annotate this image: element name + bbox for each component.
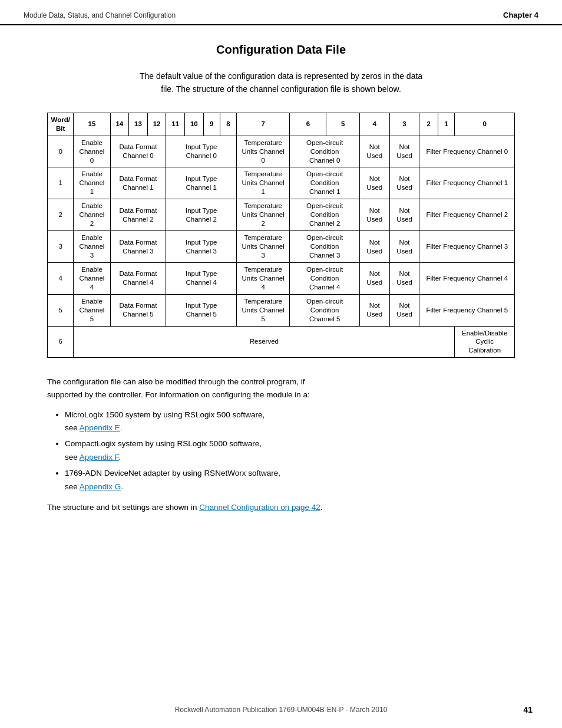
input-type-cell: Input Type Channel 1 <box>166 167 237 199</box>
page-title: Configuration Data File <box>47 43 515 57</box>
temp-units-cell: Temperature Units Channel 0 <box>237 136 290 167</box>
input-type-cell: Input Type Channel 0 <box>166 136 237 167</box>
col-header-5: 5 <box>326 113 359 136</box>
not-used-3-cell: Not Used <box>389 136 419 167</box>
open-circuit-cell: Open-circuit Condition Channel 1 <box>290 167 360 199</box>
col-header-8: 8 <box>220 113 236 136</box>
data-format-cell: Data Format Channel 2 <box>110 199 166 231</box>
not-used-4-cell: Not Used <box>359 136 389 167</box>
footer-page-number: 41 <box>523 705 533 714</box>
body-text: The configuration file can also be modif… <box>47 375 515 401</box>
enable-channel-cell: Enable Channel 0 <box>74 136 110 167</box>
appendix-f-link[interactable]: Appendix F <box>80 453 119 462</box>
not-used-4-cell: Not Used <box>359 294 389 326</box>
open-circuit-cell: Open-circuit Condition Channel 4 <box>290 262 360 294</box>
list-item-compactlogix: CompactLogix system by using RSLogix 500… <box>65 437 515 465</box>
col-header-10: 10 <box>184 113 203 136</box>
col-header-12: 12 <box>147 113 166 136</box>
temp-units-cell: Temperature Units Channel 4 <box>237 262 290 294</box>
open-circuit-cell: Open-circuit Condition Channel 3 <box>290 231 360 263</box>
input-type-cell: Input Type Channel 4 <box>166 262 237 294</box>
col-header-14: 14 <box>110 113 129 136</box>
table-row: 3Enable Channel 3Data Format Channel 3In… <box>48 231 515 263</box>
appendix-e-link[interactable]: Appendix E <box>80 423 120 432</box>
filter-freq-cell: Filter Frequency Channel 2 <box>419 199 515 231</box>
header-chapter: Chapter 4 <box>503 11 538 19</box>
open-circuit-cell: Open-circuit Condition Channel 5 <box>290 294 360 326</box>
table-row: 1Enable Channel 1Data Format Channel 1In… <box>48 167 515 199</box>
col-header-9: 9 <box>203 113 220 136</box>
col-header-4: 4 <box>359 113 389 136</box>
table-row: 5Enable Channel 5Data Format Channel 5In… <box>48 294 515 326</box>
word-cell: 1 <box>48 167 74 199</box>
filter-freq-cell: Filter Frequency Channel 1 <box>419 167 515 199</box>
appendix-g-link[interactable]: Appendix G <box>80 482 121 491</box>
main-content: Configuration Data File The default valu… <box>0 25 562 556</box>
page-footer: Rockwell Automation Publication 1769-UM0… <box>0 706 562 714</box>
not-used-3-cell: Not Used <box>389 231 419 263</box>
open-circuit-cell: Open-circuit Condition Channel 2 <box>290 199 360 231</box>
not-used-3-cell: Not Used <box>389 294 419 326</box>
col-header-6: 6 <box>290 113 326 136</box>
enable-channel-cell: Enable Channel 2 <box>74 199 110 231</box>
input-type-cell: Input Type Channel 2 <box>166 199 237 231</box>
list-item-devicenet: 1769-ADN DeviceNet adapter by using RSNe… <box>65 467 515 494</box>
temp-units-cell: Temperature Units Channel 1 <box>237 167 290 199</box>
reserved-cell: Reserved <box>74 326 455 358</box>
data-format-cell: Data Format Channel 1 <box>110 167 166 199</box>
word-cell: 0 <box>48 136 74 167</box>
filter-freq-cell: Filter Frequency Channel 4 <box>419 262 515 294</box>
temp-units-cell: Temperature Units Channel 3 <box>237 231 290 263</box>
input-type-cell: Input Type Channel 3 <box>166 231 237 263</box>
enable-channel-cell: Enable Channel 1 <box>74 167 110 199</box>
col-header-2: 2 <box>419 113 438 136</box>
footer-publication: Rockwell Automation Publication 1769-UM0… <box>175 706 388 714</box>
list-item-micrologic: MicroLogix 1500 system by using RSLogix … <box>65 409 515 436</box>
intro-text: The default value of the configuration d… <box>47 70 515 96</box>
col-header-7: 7 <box>237 113 290 136</box>
data-format-cell: Data Format Channel 3 <box>110 231 166 263</box>
temp-units-cell: Temperature Units Channel 2 <box>237 199 290 231</box>
filter-freq-cell: Filter Frequency Channel 3 <box>419 231 515 263</box>
temp-units-cell: Temperature Units Channel 5 <box>237 294 290 326</box>
not-used-4-cell: Not Used <box>359 231 389 263</box>
data-format-cell: Data Format Channel 4 <box>110 262 166 294</box>
header-title: Module Data, Status, and Channel Configu… <box>24 11 176 19</box>
enable-channel-cell: Enable Channel 5 <box>74 294 110 326</box>
table-row: 6ReservedEnable/Disable Cyclic Calibrati… <box>48 326 515 358</box>
filter-freq-cell: Filter Frequency Channel 0 <box>419 136 515 167</box>
closing-text: The structure and bit settings are shown… <box>47 501 515 514</box>
col-header-3: 3 <box>389 113 419 136</box>
enable-disable-cell: Enable/Disable Cyclic Calibration <box>455 326 515 358</box>
bullet-list: MicroLogix 1500 system by using RSLogix … <box>65 409 515 495</box>
word-cell: 5 <box>48 294 74 326</box>
word-cell: 3 <box>48 231 74 263</box>
col-header-11: 11 <box>166 113 185 136</box>
col-header-word-bit: Word/Bit <box>48 113 74 136</box>
page: Module Data, Status, and Channel Configu… <box>0 0 562 728</box>
open-circuit-cell: Open-circuit Condition Channel 0 <box>290 136 360 167</box>
word-cell: 2 <box>48 199 74 231</box>
channel-config-link[interactable]: Channel Configuration on page 42 <box>199 503 320 512</box>
table-row: 2Enable Channel 2Data Format Channel 2In… <box>48 199 515 231</box>
col-header-15: 15 <box>74 113 110 136</box>
data-format-cell: Data Format Channel 0 <box>110 136 166 167</box>
not-used-3-cell: Not Used <box>389 262 419 294</box>
not-used-4-cell: Not Used <box>359 167 389 199</box>
col-header-0: 0 <box>455 113 515 136</box>
page-header: Module Data, Status, and Channel Configu… <box>0 0 562 25</box>
enable-channel-cell: Enable Channel 3 <box>74 231 110 263</box>
input-type-cell: Input Type Channel 5 <box>166 294 237 326</box>
not-used-4-cell: Not Used <box>359 262 389 294</box>
table-row: 0Enable Channel 0Data Format Channel 0In… <box>48 136 515 167</box>
col-header-13: 13 <box>129 113 148 136</box>
enable-channel-cell: Enable Channel 4 <box>74 262 110 294</box>
config-table: Word/Bit 15 14 13 12 11 10 9 8 7 6 5 4 3… <box>47 113 515 358</box>
not-used-3-cell: Not Used <box>389 199 419 231</box>
data-format-cell: Data Format Channel 5 <box>110 294 166 326</box>
not-used-3-cell: Not Used <box>389 167 419 199</box>
not-used-4-cell: Not Used <box>359 199 389 231</box>
table-row: 4Enable Channel 4Data Format Channel 4In… <box>48 262 515 294</box>
col-header-1: 1 <box>438 113 455 136</box>
filter-freq-cell: Filter Frequency Channel 5 <box>419 294 515 326</box>
